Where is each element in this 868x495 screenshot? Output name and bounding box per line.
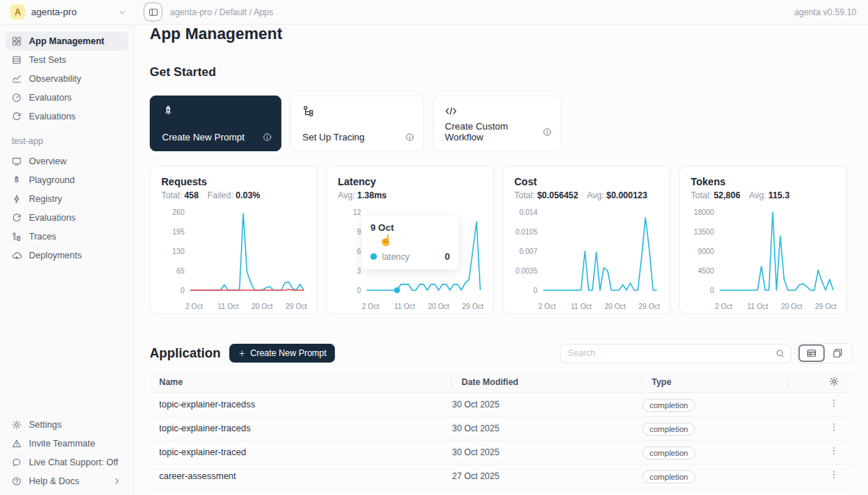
sidebar-footer-nav: SettingsInvite TeammateLive Chat Support… <box>6 415 128 491</box>
sidebar-app-nav: OverviewPlaygroundRegistryEvaluationsTra… <box>6 152 128 265</box>
create-custom-workflow-card-label: Create Custom Workflow <box>445 121 542 143</box>
info-icon[interactable] <box>263 132 272 142</box>
svg-text:12: 12 <box>353 208 362 216</box>
info-icon[interactable] <box>405 132 414 142</box>
svg-text:130: 130 <box>172 248 184 255</box>
sidebar-item-app-management[interactable]: App Management <box>6 32 128 51</box>
chevron-down-icon <box>117 7 127 17</box>
app-date-modified: 30 Oct 2025 <box>452 399 642 410</box>
table-header-row: Name Date Modified Type <box>150 372 852 393</box>
svg-text:20 Oct: 20 Oct <box>605 302 626 310</box>
table-row[interactable]: topic-explainer-traceds30 Oct 2025comple… <box>150 417 852 441</box>
plus-icon <box>238 350 246 358</box>
sidebar-item-label: Traces <box>29 232 56 242</box>
trace-tree-icon <box>302 105 412 117</box>
sidebar-item-label: Evaluators <box>29 93 72 103</box>
row-actions-menu-icon[interactable] <box>829 398 839 408</box>
sidebar-item-test-sets[interactable]: Test Sets <box>6 51 128 69</box>
svg-text:29 Oct: 29 Oct <box>639 302 660 310</box>
row-actions-menu-icon[interactable] <box>829 470 839 480</box>
panel-toggle-icon <box>148 7 158 17</box>
sidebar-item-label: App Management <box>29 36 104 46</box>
app-name: topic-explainer-traceds <box>150 423 452 433</box>
gauge-icon <box>12 93 22 103</box>
svg-text:6: 6 <box>357 248 361 255</box>
chart-stats: Avg:1.38ms <box>338 190 482 200</box>
sidebar-item-playground[interactable]: Playground <box>6 171 128 190</box>
table-row[interactable]: career-assessment27 Oct 2025completion <box>150 465 852 488</box>
main-content: App Management Get Started Create New Pr… <box>135 25 868 488</box>
sidebar-item-registry[interactable]: Registry <box>6 190 128 208</box>
card-view-icon <box>833 348 843 358</box>
app-type-badge: completion <box>642 399 695 412</box>
top-bar: A agenta-pro agenta-pro / Default / Apps… <box>0 0 868 25</box>
column-header-type[interactable]: Type <box>642 376 788 388</box>
get-started-cards: Create New Prompt Set Up Tracing Create … <box>150 96 852 151</box>
create-custom-workflow-card[interactable]: Create Custom Workflow <box>433 96 561 151</box>
cloud-icon <box>12 250 22 261</box>
svg-text:0: 0 <box>710 287 714 295</box>
row-actions-menu-icon[interactable] <box>829 422 839 432</box>
rocket-icon <box>162 105 269 117</box>
row-actions-menu-icon[interactable] <box>829 446 839 456</box>
card-view-button[interactable] <box>825 344 851 362</box>
create-new-prompt-card-label: Create New Prompt <box>162 132 244 143</box>
svg-text:0: 0 <box>180 287 184 295</box>
svg-text:29 Oct: 29 Oct <box>815 302 837 310</box>
svg-text:11 Oct: 11 Oct <box>571 302 592 310</box>
table-row[interactable]: topic-explainer-tracedss30 Oct 2025compl… <box>150 393 852 417</box>
sidebar-app-section-label: test-app <box>12 136 122 146</box>
chevron-right-icon <box>112 476 122 486</box>
create-new-prompt-card[interactable]: Create New Prompt <box>150 96 281 151</box>
sidebar-item-label: Invite Teammate <box>29 439 95 449</box>
sidebar-item-invite-teammate[interactable]: Invite Teammate <box>6 434 128 453</box>
applications-table: Name Date Modified Type topic-explainer-… <box>150 372 852 488</box>
app-date-modified: 30 Oct 2025 <box>452 447 642 457</box>
search-icon[interactable] <box>769 349 791 358</box>
info-icon[interactable] <box>542 127 552 137</box>
search-input[interactable] <box>561 348 769 358</box>
sidebar-item-traces[interactable]: Traces <box>6 227 128 246</box>
chat-icon <box>12 457 22 468</box>
svg-text:2 Oct: 2 Oct <box>715 302 732 310</box>
bolt-icon <box>12 194 22 204</box>
sidebar-item-help-docs[interactable]: Help & Docs <box>6 472 128 491</box>
svg-text:0.014: 0.014 <box>519 208 537 216</box>
svg-text:0: 0 <box>357 287 361 295</box>
sidebar-item-observability[interactable]: Observability <box>6 69 128 88</box>
chart-stats: Total:$0.056452 Avg:$0.000123 <box>514 190 659 200</box>
page-title: App Management <box>150 25 852 43</box>
sidebar-item-evaluations[interactable]: Evaluations <box>6 107 128 126</box>
create-new-prompt-button-label: Create New Prompt <box>250 348 326 358</box>
create-new-prompt-button[interactable]: Create New Prompt <box>229 344 335 363</box>
tree-icon <box>12 232 22 242</box>
svg-text:29 Oct: 29 Oct <box>462 302 484 310</box>
workspace-name: agenta-pro <box>31 7 77 17</box>
gear-icon[interactable] <box>829 376 839 386</box>
cost-line-chart: 00.00350.0070.01050.0142 Oct11 Oct20 Oct… <box>514 203 660 313</box>
svg-text:11 Oct: 11 Oct <box>218 302 239 310</box>
sidebar-item-label: Observability <box>29 74 81 84</box>
breadcrumb[interactable]: agenta-pro / Default / Apps <box>170 7 273 17</box>
sidebar-item-live-chat-support-off[interactable]: Live Chat Support: Off <box>6 453 128 472</box>
tokens-chart-card: Tokens Total:52,806 Avg:115.3 0450090001… <box>679 166 847 314</box>
column-header-date-modified[interactable]: Date Modified <box>452 376 642 388</box>
sidebar-item-deployments[interactable]: Deployments <box>6 246 128 265</box>
sidebar: App ManagementTest SetsObservabilityEval… <box>0 25 135 495</box>
sidebar-item-settings[interactable]: Settings <box>6 415 128 434</box>
sidebar-item-overview[interactable]: Overview <box>6 152 128 171</box>
tooltip-date: 9 Oct <box>370 222 450 233</box>
help-icon <box>12 476 22 486</box>
set-up-tracing-card[interactable]: Set Up Tracing <box>290 96 424 151</box>
workspace-switcher[interactable]: A agenta-pro <box>0 4 135 20</box>
tooltip-series-label: latency <box>382 252 409 262</box>
sidebar-item-evaluators[interactable]: Evaluators <box>6 88 128 107</box>
sidebar-item-evaluations[interactable]: Evaluations <box>6 208 128 227</box>
chart-title: Cost <box>514 176 659 187</box>
table-view-button[interactable] <box>799 344 825 362</box>
refresh-icon <box>12 213 22 223</box>
app-date-modified: 30 Oct 2025 <box>452 423 642 433</box>
sidebar-toggle-button[interactable] <box>143 2 163 22</box>
column-header-name[interactable]: Name <box>150 376 452 388</box>
table-row[interactable]: topic-explainer-traced30 Oct 2025complet… <box>150 441 852 465</box>
